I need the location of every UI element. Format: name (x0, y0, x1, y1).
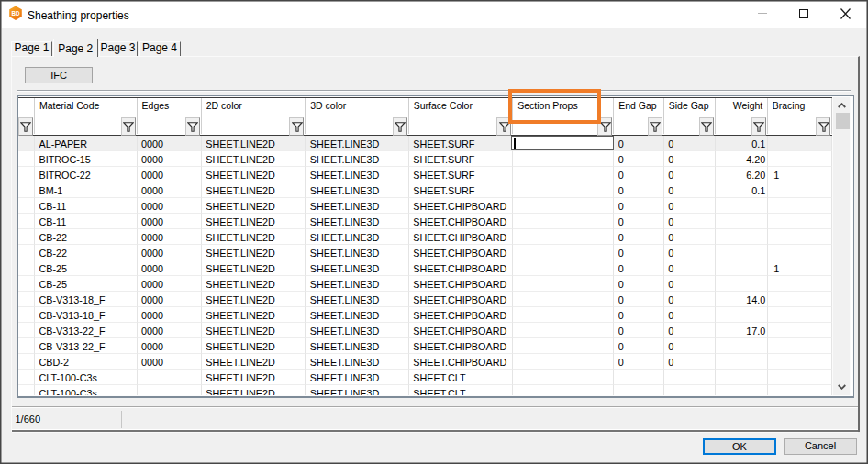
svg-text:BD: BD (11, 10, 20, 17)
